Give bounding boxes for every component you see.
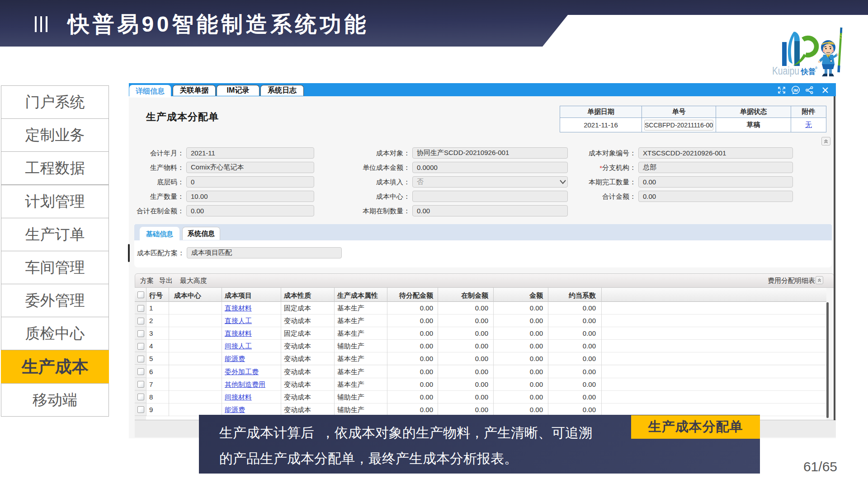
svg-text:Kuaipu: Kuaipu [772, 65, 799, 77]
svg-text:快普: 快普 [800, 67, 816, 75]
svg-text:IM: IM [793, 88, 797, 93]
svg-text:®: ® [815, 66, 818, 70]
